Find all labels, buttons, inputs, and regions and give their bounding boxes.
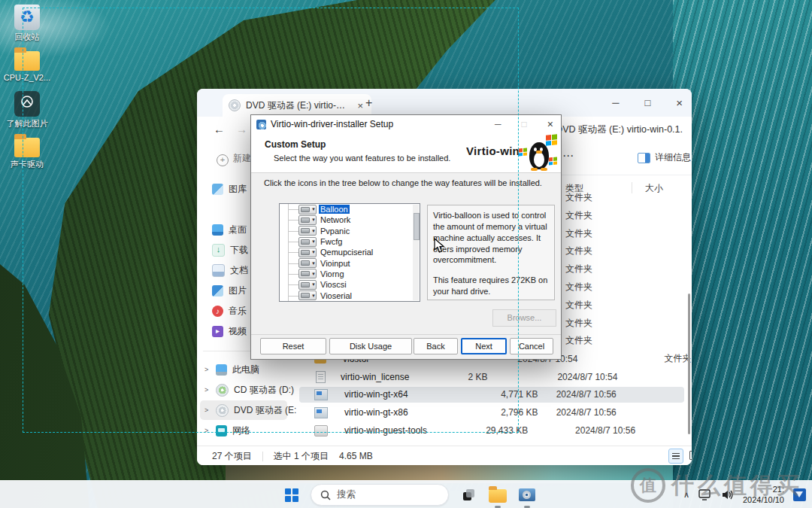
- tray-time: 21:: [743, 485, 784, 494]
- feature-state-button[interactable]: ▼: [298, 226, 317, 236]
- feature-state-button[interactable]: ▼: [298, 280, 317, 290]
- close-button[interactable]: ×: [676, 96, 683, 109]
- feature-state-button[interactable]: ▼: [298, 215, 317, 225]
- caret-down-icon: ▼: [311, 239, 316, 244]
- feature-label: Vioserial: [319, 291, 353, 300]
- feature-row-Balloon[interactable]: ▼Balloon: [280, 204, 420, 214]
- type-column-rows: 文件夹文件夹文件夹文件夹文件夹文件夹文件夹文件夹文件夹: [565, 189, 656, 350]
- explorer-tab[interactable]: DVD 驱动器 (E:) virtio-win-0.1. ×: [223, 94, 371, 117]
- reset-button[interactable]: Reset: [260, 338, 326, 354]
- desktop-icon-label: 回收站: [0, 32, 54, 42]
- feature-row-Network[interactable]: ▼Network: [280, 214, 420, 225]
- desktop-icon-了解此图片[interactable]: 了解此图片: [0, 91, 54, 129]
- dvd-drive-icon: [229, 99, 241, 111]
- sidebar-item-label: 图片: [229, 284, 247, 297]
- sidebar-item-CD 驱动器 (D:)[interactable]: >CD 驱动器 (D:): [200, 380, 287, 400]
- caret-down-icon: ▼: [311, 207, 316, 211]
- notification-tray-icon[interactable]: [793, 488, 806, 501]
- dialog-instruction: Click the icons in the tree below to cha…: [264, 178, 542, 187]
- chevron-right-icon[interactable]: >: [205, 386, 211, 394]
- list-view-button[interactable]: [668, 449, 683, 464]
- tree-tick: [288, 296, 298, 297]
- file-row-virtio-win-gt-x64[interactable]: virtio-win-gt-x642024/8/7 10:56Windows I…: [299, 386, 686, 404]
- file-size: 29,433 KB: [486, 425, 528, 436]
- volume-tray-icon[interactable]: [721, 489, 734, 500]
- feature-row-Qemupciserial[interactable]: ▼Qemupciserial: [280, 247, 420, 257]
- dialog-minimize-button[interactable]: ─: [495, 119, 501, 129]
- sidebar-item-此电脑[interactable]: >此电脑: [200, 360, 287, 379]
- dialog-close-button[interactable]: ×: [547, 118, 553, 130]
- dialog-heading: Custom Setup: [265, 139, 326, 150]
- scrollbar-thumb[interactable]: [688, 294, 690, 434]
- file-name: virtio-win-guest-tools: [344, 425, 427, 436]
- installer-taskbar-button[interactable]: [517, 485, 537, 505]
- back-arrow-icon[interactable]: ←: [214, 123, 225, 135]
- feature-state-button[interactable]: ▼: [298, 291, 317, 300]
- search-placeholder: 搜索: [337, 488, 356, 501]
- desktop-icon-声卡驱动[interactable]: 声卡驱动: [0, 138, 54, 169]
- drive-glyph: [301, 271, 310, 276]
- new-tab-button[interactable]: +: [365, 96, 372, 110]
- tree-scrollbar[interactable]: [413, 205, 419, 300]
- cancel-button[interactable]: Cancel: [510, 338, 553, 354]
- feature-row-Viorng[interactable]: ▼Viorng: [280, 269, 420, 279]
- caret-down-icon: ▼: [311, 272, 316, 276]
- file-date: 2024/8/7 10:54: [557, 372, 617, 382]
- feature-label: Viorng: [319, 269, 346, 278]
- maximize-button[interactable]: □: [644, 97, 650, 108]
- file-row-virtio-win-guest-tools[interactable]: virtio-win-guest-tools2024/8/7 10:56应用程序…: [299, 421, 686, 440]
- next-button[interactable]: Next: [461, 338, 507, 354]
- sidebar-item-网络[interactable]: >网络: [200, 421, 287, 440]
- taskbar-search[interactable]: 搜索: [311, 484, 449, 506]
- feature-label: Balloon: [319, 205, 350, 214]
- feature-state-button[interactable]: ▼: [298, 258, 317, 268]
- folder-icon: [14, 51, 40, 71]
- folder-icon: [14, 138, 40, 157]
- new-button[interactable]: +新建: [217, 152, 251, 166]
- tree-tick: [288, 231, 298, 232]
- clock[interactable]: 21: 2024/10/10: [743, 485, 784, 504]
- recycle-icon: ♻: [14, 5, 40, 30]
- start-button[interactable]: [283, 486, 301, 504]
- more-options-button[interactable]: ⋯: [562, 149, 574, 163]
- desktop-icon-label: CPU-Z_V2...: [0, 73, 54, 83]
- file-name: virtio-win-gt-x64: [344, 389, 408, 400]
- feature-state-button[interactable]: ▼: [298, 248, 317, 257]
- feature-state-button[interactable]: ▼: [298, 237, 317, 247]
- tab-close-icon[interactable]: ×: [355, 100, 365, 111]
- task-view-button[interactable]: [459, 485, 478, 505]
- chevron-right-icon[interactable]: >: [205, 406, 211, 414]
- feature-row-Vioinput[interactable]: ▼Vioinput: [280, 257, 420, 268]
- network-tray-icon[interactable]: [698, 489, 712, 500]
- forward-arrow-icon[interactable]: →: [236, 123, 247, 135]
- chevron-right-icon[interactable]: >: [205, 366, 211, 373]
- chevron-right-icon[interactable]: >: [205, 427, 211, 434]
- feature-state-button[interactable]: ▼: [298, 269, 317, 278]
- sidebar-item-label: 视频: [229, 325, 247, 338]
- feature-label: Network: [319, 215, 352, 224]
- address-path[interactable]: DVD 驱动器 (E:) virtio-win-0.1.: [556, 123, 683, 136]
- file-row-virtio-win_license[interactable]: virtio-win_license2024/8/7 10:54文本文档2 KB: [299, 368, 686, 386]
- tray-chevron-icon[interactable]: ∧: [683, 490, 689, 500]
- caret-down-icon: ▼: [311, 250, 316, 254]
- drive-glyph: [301, 293, 310, 298]
- minimize-button[interactable]: ─: [612, 97, 619, 108]
- feature-row-Pvpanic[interactable]: ▼Pvpanic: [280, 226, 420, 236]
- tree-tick: [288, 274, 298, 275]
- feature-state-button[interactable]: ▼: [298, 205, 317, 214]
- file-explorer-taskbar-button[interactable]: [488, 485, 508, 505]
- file-row-virtio-win-gt-x86[interactable]: virtio-win-gt-x862024/8/7 10:56Windows I…: [299, 403, 686, 421]
- details-view-button[interactable]: 详细信息: [638, 151, 691, 164]
- desktop-icon-CPU-Z_V2...[interactable]: CPU-Z_V2...: [0, 51, 54, 83]
- disk-usage-button[interactable]: Disk Usage: [329, 338, 412, 354]
- feature-row-Vioserial[interactable]: ▼Vioserial: [280, 290, 420, 300]
- tray-date: 2024/10/10: [743, 495, 784, 505]
- pane-view-button[interactable]: [687, 449, 692, 462]
- desktop-icon-回收站[interactable]: ♻回收站: [0, 5, 54, 42]
- back-button[interactable]: Back: [414, 338, 458, 354]
- feature-row-Fwcfg[interactable]: ▼Fwcfg: [280, 236, 420, 247]
- feature-row-Vioscsi[interactable]: ▼Vioscsi: [280, 279, 420, 290]
- running-indicator: [524, 506, 530, 508]
- net-icon: [216, 425, 227, 437]
- sidebar-item-DVD 驱动器 (E:[interactable]: >DVD 驱动器 (E:: [200, 400, 287, 420]
